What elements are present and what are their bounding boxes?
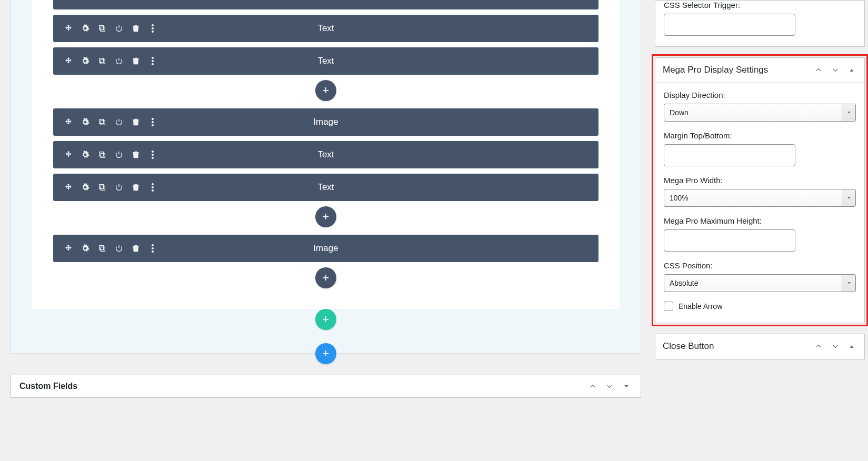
gear-icon[interactable] [81, 117, 90, 127]
svg-point-9 [152, 63, 153, 65]
trash-icon[interactable] [131, 117, 141, 127]
add-module-button[interactable]: + [315, 267, 336, 288]
more-icon[interactable] [148, 244, 157, 253]
move-icon[interactable] [64, 24, 73, 33]
block-row[interactable]: Text [53, 141, 598, 168]
svg-rect-26 [101, 247, 105, 251]
power-icon[interactable] [114, 244, 124, 253]
trash-icon[interactable] [131, 24, 141, 33]
copy-icon[interactable] [97, 150, 107, 159]
svg-point-29 [152, 250, 153, 252]
copy-icon[interactable] [97, 117, 107, 127]
block-row[interactable]: Image [53, 235, 598, 262]
svg-point-19 [152, 157, 153, 158]
power-icon[interactable] [114, 24, 124, 33]
display-direction-value: Down [670, 108, 689, 117]
panel-move-down-button[interactable] [830, 342, 841, 351]
gear-icon[interactable] [81, 244, 90, 253]
move-icon[interactable] [64, 183, 73, 192]
svg-point-27 [152, 244, 153, 246]
gear-icon[interactable] [81, 24, 90, 33]
mega-display-title: Mega Pro Display Settings [663, 64, 768, 76]
css-position-select[interactable]: Absolute [664, 274, 856, 292]
block-row[interactable]: Text [53, 15, 598, 42]
add-section-button[interactable]: + [315, 343, 336, 364]
display-direction-label: Display Direction: [664, 91, 856, 99]
svg-point-2 [152, 24, 153, 26]
trash-icon[interactable] [131, 183, 141, 192]
svg-point-22 [152, 183, 153, 185]
display-direction-select[interactable]: Down [664, 104, 856, 122]
block-row[interactable] [53, 0, 598, 9]
power-icon[interactable] [114, 56, 124, 66]
builder-outer: Text Text + [11, 0, 641, 354]
add-module-button[interactable]: + [315, 206, 336, 227]
move-icon[interactable] [64, 56, 73, 66]
gear-icon[interactable] [81, 56, 90, 66]
css-trigger-label: CSS Selector Trigger: [664, 1, 856, 9]
mega-pro-width-label: Mega Pro Width: [664, 176, 856, 185]
move-icon[interactable] [64, 244, 73, 253]
add-row-button[interactable]: + [315, 309, 336, 330]
move-icon[interactable] [64, 117, 73, 127]
gear-icon[interactable] [81, 183, 90, 192]
more-icon[interactable] [148, 150, 157, 159]
svg-point-3 [152, 27, 153, 29]
svg-point-24 [152, 189, 153, 191]
chevron-down-icon [842, 189, 855, 206]
more-icon[interactable] [148, 56, 157, 66]
close-button-title: Close Button [663, 340, 714, 353]
enable-arrow-checkbox[interactable] [664, 302, 673, 311]
svg-point-13 [152, 121, 153, 123]
builder-canvas: Text Text + [32, 0, 620, 309]
panel-move-down-button[interactable] [604, 382, 615, 391]
panel-move-down-button[interactable] [830, 65, 841, 75]
close-button-panel: Close Button [655, 334, 865, 359]
css-trigger-panel: CSS Selector Trigger: [655, 0, 865, 47]
mega-pro-max-height-input[interactable] [664, 229, 795, 252]
css-position-value: Absolute [670, 279, 698, 287]
margin-top-bottom-label: Margin Top/Bottom: [664, 131, 856, 140]
more-icon[interactable] [148, 183, 157, 192]
margin-top-bottom-input[interactable] [664, 144, 795, 166]
svg-point-14 [152, 124, 153, 126]
panel-toggle-button[interactable] [621, 382, 632, 391]
power-icon[interactable] [114, 183, 124, 192]
svg-point-23 [152, 186, 153, 188]
copy-icon[interactable] [97, 24, 107, 33]
chevron-down-icon [842, 275, 855, 292]
panel-toggle-button[interactable] [846, 66, 857, 74]
css-trigger-input[interactable] [664, 14, 795, 36]
copy-icon[interactable] [97, 244, 107, 253]
svg-rect-5 [99, 58, 104, 63]
block-row[interactable]: Text [53, 47, 598, 75]
chevron-down-icon [842, 104, 855, 121]
svg-rect-20 [99, 185, 104, 189]
mega-display-settings-panel: Mega Pro Display Settings Display Direct… [655, 57, 865, 323]
power-icon[interactable] [114, 117, 124, 127]
trash-icon[interactable] [131, 244, 141, 253]
trash-icon[interactable] [131, 150, 141, 159]
custom-fields-title: Custom Fields [19, 382, 77, 391]
panel-move-up-button[interactable] [813, 342, 824, 351]
power-icon[interactable] [114, 150, 124, 159]
copy-icon[interactable] [97, 56, 107, 66]
panel-move-up-button[interactable] [813, 65, 824, 75]
copy-icon[interactable] [97, 183, 107, 192]
block-row[interactable]: Image [53, 108, 598, 136]
add-module-button[interactable]: + [315, 80, 336, 101]
trash-icon[interactable] [131, 56, 141, 66]
block-row[interactable]: Text [53, 174, 598, 201]
enable-arrow-label: Enable Arrow [679, 302, 722, 310]
move-icon[interactable] [64, 150, 73, 159]
more-icon[interactable] [148, 117, 157, 127]
panel-toggle-button[interactable] [846, 342, 857, 350]
mega-pro-width-select[interactable]: 100% [664, 189, 856, 207]
panel-move-up-button[interactable] [587, 382, 598, 391]
svg-rect-11 [101, 121, 105, 125]
gear-icon[interactable] [81, 150, 90, 159]
more-icon[interactable] [148, 24, 157, 33]
custom-fields-panel: Custom Fields [11, 375, 641, 398]
svg-rect-0 [99, 26, 104, 30]
svg-rect-25 [99, 246, 104, 250]
